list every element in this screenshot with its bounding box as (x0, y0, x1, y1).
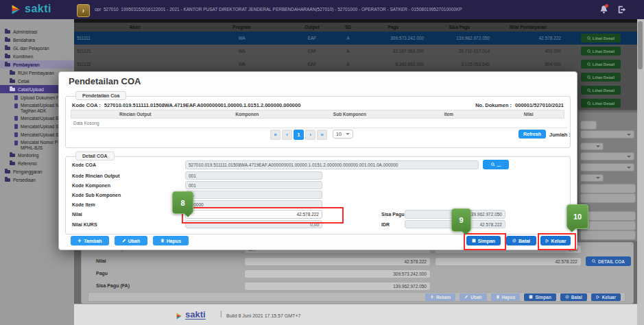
kode-rincian-output-field: 001 (185, 171, 322, 180)
folder-icon (5, 178, 10, 182)
brand-title: sakti (25, 3, 51, 15)
pagination: « ‹ 1 › » 10 (270, 130, 353, 140)
field-label-sisa-pagu-fa: Sisa Pagu (FA) (96, 283, 130, 288)
notification-badge (605, 4, 608, 8)
scrollbar-thumb[interactable] (638, 21, 643, 69)
sidebar-item-administrasi[interactable]: Administrasi (0, 27, 79, 36)
column-header-pagu[interactable]: Pagu (360, 23, 427, 32)
table-row[interactable]: 511111WAEAFA309.573.242.000139.962.972.0… (74, 32, 638, 45)
lihat-detail-button[interactable]: Lihat Detail (581, 47, 621, 56)
sidebar-toggle-button[interactable]: › (77, 4, 90, 17)
pagination-page-1[interactable]: 1 (294, 130, 304, 140)
callout-10: 10 (567, 204, 588, 229)
detail-kode-coa-field: 527010.019.511111.01508WA.4719EAF.A00000… (185, 160, 479, 169)
empty-table-message: Data Kosong (71, 119, 567, 128)
keluar-button[interactable]: Keluar (591, 293, 621, 301)
app-footer: sakti | Build 8 Juni 2021 17.15.57 GMT+7 (74, 304, 637, 325)
tambah-button[interactable]: Tambah (71, 236, 109, 245)
background-form-field (580, 184, 636, 193)
keluar-highlight-box (538, 233, 576, 250)
column-header-nilai-pembayaran[interactable]: Nilai Pembayaran (492, 23, 564, 32)
detail-coa-button[interactable]: DETAIL COA (586, 256, 631, 266)
background-form-field (580, 193, 636, 203)
nilai-highlight-box (182, 207, 344, 224)
column-header-item[interactable]: Item (405, 110, 494, 118)
lihat-detail-button[interactable]: Lihat Detail (581, 73, 621, 82)
folder-icon (5, 38, 10, 42)
sidebar-item-bendahara[interactable]: Bendahara (0, 36, 79, 44)
hapus-button[interactable]: Hapus (491, 293, 521, 301)
sakti-logo-icon (10, 3, 22, 19)
table-row[interactable]: 511122WAEAFA6.392.662.0003.125.053.64080… (74, 58, 638, 71)
table-header-row: Akun Program Output SD Pagu Sisa Pagu Ni… (74, 23, 638, 32)
folder-icon (5, 170, 10, 173)
lihat-detail-button[interactable]: Lihat Detail (581, 86, 621, 95)
footer-brand[interactable]: sakti (185, 310, 206, 320)
column-header-akun[interactable]: Akun (74, 23, 195, 32)
background-form-select (580, 130, 634, 139)
column-header-rincian-output[interactable]: Rincian Output (71, 110, 199, 118)
page-size-select[interactable]: 10 (333, 130, 353, 139)
folder-icon (5, 55, 10, 58)
kode-coa-line: Kode COA : 527010.019.511111.01508WA.471… (72, 102, 300, 108)
detail-coa-legend: Detail COA (75, 152, 115, 160)
column-header-komponen[interactable]: Komponen (199, 110, 295, 118)
no-dokumen-line: No. Dokumen : 000001/527010/2021 (384, 102, 564, 108)
pagination-next-button[interactable]: › (305, 130, 315, 140)
column-header-program[interactable]: Program (195, 23, 288, 32)
ubah-button[interactable]: Ubah (115, 236, 147, 245)
app-screen: sakti › opr_527010_199503152016122001 - … (0, 0, 644, 325)
file-icon (14, 141, 18, 145)
rekam-button[interactable]: Rekam (425, 293, 455, 301)
kode-sub-komponen-label: Kode Sub Komponen (72, 193, 121, 197)
file-icon (14, 124, 18, 129)
folder-icon (5, 47, 10, 50)
batal-button[interactable]: Batal (560, 293, 587, 301)
sakti-footer-logo-icon (176, 311, 183, 323)
column-header-sisa-pagu[interactable]: Sisa Pagu (427, 23, 492, 32)
folder-icon (10, 162, 15, 165)
folder-icon (10, 154, 15, 157)
simpan-button[interactable]: Simpan (524, 293, 556, 301)
sidebar-item-gl-dan-pelaporan[interactable]: GL dan Pelaporan (0, 44, 79, 52)
kode-rincian-output-label: Kode Rincian Output (72, 173, 120, 178)
pagination-last-button[interactable]: » (317, 130, 327, 140)
file-icon (14, 132, 18, 137)
kode-coa-label: Kode COA : (72, 102, 101, 108)
field-label-pagu: Pagu (96, 271, 108, 276)
pagination-first-button[interactable]: « (270, 130, 281, 140)
sidebar-item-pembayaran[interactable]: Pembayaran (0, 60, 79, 69)
batal-button[interactable]: Batal (506, 236, 536, 245)
jumlah-label: Jumlah : (549, 132, 571, 138)
refresh-button[interactable]: Refresh (518, 130, 546, 139)
lihat-detail-button[interactable]: Lihat Detail (581, 60, 621, 69)
column-header-nilai[interactable]: Nilai (493, 110, 564, 118)
lihat-detail-button[interactable]: Lihat Detail (581, 34, 621, 43)
kode-coa-search-button[interactable]: ... (483, 160, 509, 169)
sidebar-item-komitmen[interactable]: Komitmen (0, 52, 79, 60)
no-dokumen-label: No. Dokumen : (475, 102, 512, 108)
chevron-down-icon (596, 177, 600, 179)
pagination-prev-button[interactable]: ‹ (282, 130, 292, 140)
file-icon (14, 116, 18, 121)
column-header-sd[interactable]: SD (336, 23, 360, 32)
callout-8: 8 (172, 191, 193, 214)
sisa-pagu-fa-field: 139.962.972.050 (244, 282, 431, 291)
lihat-detail-button[interactable]: Lihat Detail (581, 99, 621, 108)
session-info: opr_527010_199503152016122001 - 2021 - K… (95, 7, 534, 12)
detail-kode-coa-label: Kode COA (72, 162, 96, 167)
app-header: sakti › opr_527010_199503152016122001 - … (0, 0, 644, 19)
file-icon (14, 104, 18, 108)
idr-label: IDR (381, 222, 390, 227)
background-form-select (580, 143, 604, 150)
hapus-button[interactable]: Hapus (153, 236, 189, 245)
table-row[interactable]: 511121WAEAFA32.167.969.00020.710.017.014… (74, 45, 638, 58)
footer-build-info: Build 8 Juni 2021 17.15.57 GMT+7 (226, 313, 300, 318)
column-header-output[interactable]: Output (288, 23, 336, 32)
background-form-field (580, 230, 636, 240)
pendetailan-coa-legend: Pendetailan Coa (75, 91, 126, 100)
no-dokumen-value: 000001/527010/2021 (515, 102, 564, 108)
column-header-sub-komponen[interactable]: Sub Komponen (295, 110, 405, 118)
logout-icon[interactable] (617, 5, 627, 17)
ubah-button[interactable]: Ubah (460, 293, 486, 301)
